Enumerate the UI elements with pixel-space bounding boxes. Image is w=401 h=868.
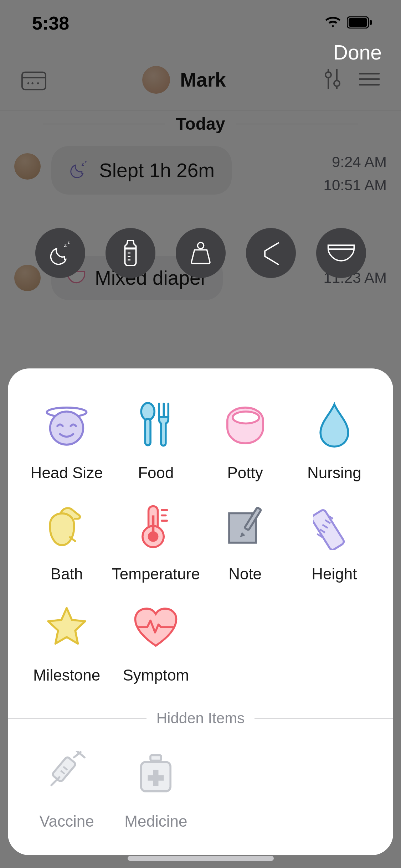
activity-height[interactable]: Height <box>290 502 379 583</box>
activity-note[interactable]: Note <box>201 502 290 583</box>
home-indicator[interactable] <box>128 856 274 861</box>
quick-sleep-button[interactable]: zz <box>35 228 85 278</box>
hidden-activity-grid: Vaccine Medicine <box>22 749 379 830</box>
height-icon <box>309 502 359 552</box>
svg-point-28 <box>232 412 259 423</box>
activity-label: Head Size <box>31 464 103 482</box>
activity-vaccine[interactable]: Vaccine <box>22 749 111 830</box>
temperature-icon <box>131 502 181 552</box>
quick-diaper-button[interactable] <box>316 228 366 278</box>
milestone-icon <box>42 603 92 653</box>
svg-point-26 <box>142 403 155 420</box>
activity-symptom[interactable]: Symptom <box>111 603 200 684</box>
bath-icon <box>42 502 92 552</box>
hidden-items-divider: Hidden Items <box>8 710 393 727</box>
quick-pump-button[interactable] <box>246 228 296 278</box>
svg-rect-33 <box>152 515 154 535</box>
svg-rect-38 <box>313 509 345 550</box>
activity-label: Note <box>228 565 262 583</box>
activity-bath[interactable]: Bath <box>22 502 111 583</box>
activity-picker-sheet: Head Size Food <box>8 368 393 855</box>
screen: 5:38 Mark Today <box>0 0 401 868</box>
head-size-icon <box>42 401 92 450</box>
svg-rect-27 <box>145 419 151 445</box>
symptom-icon <box>131 603 181 653</box>
quick-actions-row: zz <box>0 228 401 278</box>
note-icon <box>220 502 270 552</box>
potty-icon <box>220 401 270 450</box>
activity-label: Height <box>312 565 357 583</box>
svg-rect-50 <box>150 755 161 761</box>
activity-head-size[interactable]: Head Size <box>22 401 111 482</box>
activity-label: Temperature <box>112 565 200 583</box>
svg-text:z: z <box>64 242 67 248</box>
quick-bottle-button[interactable] <box>106 228 155 278</box>
activity-grid: Head Size Food <box>22 401 379 684</box>
activity-label: Nursing <box>307 464 361 482</box>
food-icon <box>131 401 181 450</box>
activity-medicine[interactable]: Medicine <box>111 749 200 830</box>
quick-weight-button[interactable] <box>176 228 226 278</box>
activity-label: Potty <box>227 464 263 482</box>
activity-label: Milestone <box>33 666 100 684</box>
activity-food[interactable]: Food <box>111 401 200 482</box>
activity-label: Vaccine <box>39 812 94 830</box>
activity-temperature[interactable]: Temperature <box>111 502 200 583</box>
activity-milestone[interactable]: Milestone <box>22 603 111 684</box>
done-button[interactable]: Done <box>333 41 382 64</box>
svg-rect-44 <box>52 756 76 782</box>
svg-text:z: z <box>68 241 70 244</box>
activity-label: Food <box>138 464 174 482</box>
activity-potty[interactable]: Potty <box>201 401 290 482</box>
activity-label: Symptom <box>123 666 189 684</box>
hidden-items-label: Hidden Items <box>156 710 245 727</box>
nursing-icon <box>309 401 359 450</box>
svg-rect-53 <box>148 775 164 781</box>
activity-label: Medicine <box>124 812 187 830</box>
activity-label: Bath <box>51 565 83 583</box>
activity-nursing[interactable]: Nursing <box>290 401 379 482</box>
vaccine-icon <box>42 749 92 799</box>
medicine-icon <box>131 749 181 799</box>
svg-point-25 <box>50 412 83 445</box>
svg-point-22 <box>197 242 204 248</box>
